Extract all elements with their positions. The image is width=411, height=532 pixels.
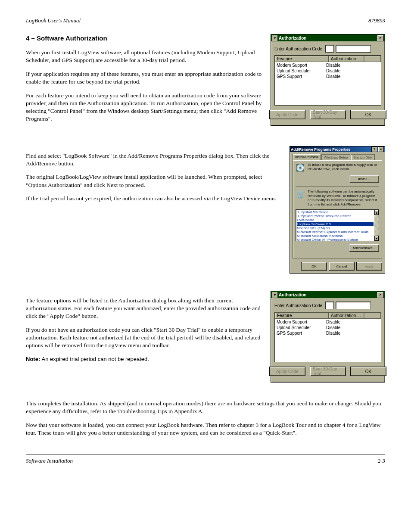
- conclusion-p2: Now that your software is loaded, you ca…: [26, 421, 385, 437]
- list-item[interactable]: Madden NFL (TM) 99: [297, 226, 374, 230]
- col-feature[interactable]: Feature: [275, 56, 329, 62]
- col-feature[interactable]: Feature: [275, 312, 329, 319]
- step-6-p2: If you do not have an authorization code…: [26, 326, 262, 350]
- list-item[interactable]: Microsoft Motocross Madness: [297, 234, 374, 238]
- arp-programs-list[interactable]: Jumpstart 5th Grade JumpStart Parent Res…: [296, 209, 379, 241]
- authorization-title: Authorization: [279, 36, 306, 40]
- header-rule: [26, 26, 385, 26]
- enter-code-label: Enter Authorization Code:: [274, 303, 324, 308]
- auth-code-input-1[interactable]: [325, 45, 334, 53]
- step-5-p3: If the trial period has not yet expired,…: [26, 195, 281, 202]
- table-row[interactable]: Upload SchedulerDisable: [277, 68, 379, 74]
- section-step-6: The feature options will be listed in th…: [26, 291, 385, 383]
- col-authorization[interactable]: Authorization ...: [329, 312, 364, 319]
- list-item-selected[interactable]: LogBook Software 2.3: [297, 222, 374, 226]
- step-5-text: Find and select "LogBook Software" in th…: [26, 146, 290, 274]
- enter-code-label: Enter Authorization Code:: [274, 47, 324, 51]
- step-4-p2: If your application requires any of thes…: [26, 70, 262, 86]
- auth-list-header: Feature Authorization ...: [275, 312, 381, 319]
- arp-list-items: Jumpstart 5th Grade JumpStart Parent Res…: [296, 210, 374, 241]
- auth-feature-list[interactable]: Feature Authorization ... Modem SupportD…: [274, 55, 381, 106]
- auth-feature-list[interactable]: Feature Authorization ... Modem SupportD…: [274, 312, 381, 362]
- apply-code-button[interactable]: Apply Code: [269, 110, 305, 119]
- ok-button[interactable]: OK: [350, 110, 386, 119]
- footer-right: 2-3: [378, 457, 385, 464]
- scrollbar[interactable]: ▲ ▼: [374, 210, 379, 241]
- step-6-text: The feature options will be listed in th…: [26, 291, 271, 383]
- close-icon[interactable]: ×: [377, 292, 384, 298]
- step-5-figure: Add/Remove Programs Properties ? × Insta…: [290, 146, 385, 274]
- authorization-dialog: ▾ Authorization × Enter Authorization Co…: [271, 34, 385, 126]
- col-spacer: [364, 56, 381, 62]
- close-icon[interactable]: ×: [378, 146, 384, 152]
- page-header: LogBook User's Manual 879893: [26, 17, 385, 24]
- table-row[interactable]: GPS SupportDisable: [277, 74, 379, 80]
- table-row[interactable]: GPS SupportDisable: [277, 331, 379, 336]
- auth-list-header: Feature Authorization ...: [275, 56, 381, 62]
- arp-mid-text: The following software can be automatica…: [308, 190, 379, 207]
- add-remove-button[interactable]: Add/Remove...: [349, 244, 379, 252]
- col-authorization[interactable]: Authorization ...: [329, 56, 364, 62]
- note-body: An expired trial period can not be repea…: [42, 356, 149, 362]
- note-label: Note:: [26, 356, 40, 362]
- arp-apply-button[interactable]: Apply: [356, 262, 382, 271]
- step-5-p1: Find and select "LogBook Software" in th…: [26, 152, 281, 168]
- install-icon: 💽: [296, 163, 305, 172]
- step-6-figure: ▾ Authorization × Enter Authorization Co…: [271, 291, 385, 383]
- step-4-p3: For each feature you intend to keep you …: [26, 92, 262, 123]
- close-icon[interactable]: ×: [377, 35, 384, 41]
- ok-button[interactable]: OK: [350, 367, 386, 376]
- apply-code-button[interactable]: Apply Code: [269, 367, 305, 376]
- authorization-dialog: ▾ Authorization × Enter Authorization Co…: [271, 291, 385, 383]
- arp-top-text: To install a new program from a floppy d…: [308, 163, 379, 171]
- auth-code-input-2[interactable]: [336, 45, 371, 53]
- step-5-p2: The original LogBook/LogView software in…: [26, 173, 281, 189]
- arp-cancel-button[interactable]: Cancel: [329, 262, 355, 271]
- footer-rule: [26, 454, 385, 454]
- start-trial-button[interactable]: Start 30-Day Trial: [310, 367, 346, 376]
- authorization-titlebar: ▾ Authorization ×: [271, 291, 385, 298]
- table-row[interactable]: Upload SchedulerDisable: [277, 325, 379, 331]
- tab-windows-setup[interactable]: Windows Setup: [321, 154, 351, 160]
- col-spacer: [364, 312, 381, 319]
- tab-install-uninstall[interactable]: Install/Uninstall: [293, 154, 321, 160]
- tab-startup-disk[interactable]: Startup Disk: [351, 154, 375, 160]
- arp-titlebar: Add/Remove Programs Properties ? ×: [290, 146, 385, 152]
- section-step-5: Find and select "LogBook Software" in th…: [26, 146, 385, 274]
- arp-title: Add/Remove Programs Properties: [291, 147, 350, 152]
- header-left: LogBook User's Manual: [26, 17, 81, 24]
- page-footer: Software Installation 2-3: [26, 457, 385, 464]
- list-item[interactable]: Jumpstart 5th Grade: [297, 210, 374, 214]
- table-row[interactable]: Modem SupportDisable: [277, 320, 379, 325]
- install-button[interactable]: Install...: [349, 175, 379, 183]
- arp-divider: [296, 187, 379, 187]
- header-right: 879893: [368, 17, 385, 24]
- add-remove-programs-dialog: Add/Remove Programs Properties ? × Insta…: [290, 146, 385, 274]
- step-4-p1: When you first install LogView software,…: [26, 49, 262, 64]
- step-4-figure: ▾ Authorization × Enter Authorization Co…: [271, 34, 385, 129]
- list-item[interactable]: LiveUpdate: [297, 218, 374, 222]
- table-row[interactable]: Modem SupportDisable: [277, 63, 379, 68]
- conclusion-p1: This completes the installation. As ship…: [26, 400, 385, 415]
- scroll-down-icon[interactable]: ▼: [374, 236, 379, 241]
- step-4-title: 4 – Software Authorization: [26, 34, 262, 43]
- list-item[interactable]: Microsoft Internet Explorer 5 and Intern…: [297, 230, 374, 234]
- list-item[interactable]: Microsoft Office 97, Professional Editio…: [297, 238, 374, 241]
- scroll-up-icon[interactable]: ▲: [374, 210, 379, 215]
- section-step-4: 4 – Software Authorization When you firs…: [26, 34, 385, 129]
- start-trial-button[interactable]: Start 30-Day Trial: [310, 110, 346, 119]
- arp-ok-button[interactable]: OK: [301, 262, 327, 271]
- list-item[interactable]: JumpStart Parent Resource Center: [297, 214, 374, 218]
- auth-code-input-2[interactable]: [336, 302, 371, 309]
- sysmenu-icon[interactable]: ▾: [272, 35, 277, 41]
- scroll-track[interactable]: [374, 215, 379, 236]
- auth-code-input-1[interactable]: [325, 302, 334, 309]
- step-4-text: 4 – Software Authorization When you firs…: [26, 34, 271, 129]
- sysmenu-icon[interactable]: ▾: [272, 292, 277, 298]
- help-icon[interactable]: ?: [371, 146, 377, 152]
- uninstall-icon: 🗑️: [296, 190, 305, 199]
- step-6-p1: The feature options will be listed in th…: [26, 297, 262, 320]
- authorization-titlebar: ▾ Authorization ×: [271, 34, 385, 41]
- arp-tabs: Install/Uninstall Windows Setup Startup …: [293, 154, 382, 160]
- authorization-title: Authorization: [279, 292, 306, 297]
